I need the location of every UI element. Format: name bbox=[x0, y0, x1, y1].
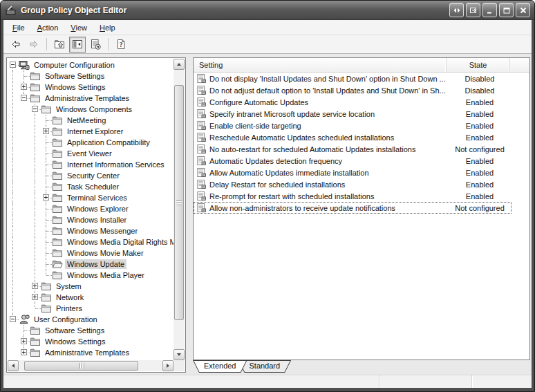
tree-connector bbox=[8, 59, 19, 71]
back-arrow-icon bbox=[10, 39, 21, 50]
expand-plus-icon[interactable] bbox=[32, 283, 38, 289]
tree-vertical-scrollbar[interactable] bbox=[173, 59, 185, 360]
forward-arrow-icon bbox=[28, 39, 39, 50]
tree-item-user-configuration[interactable]: ?User Configuration bbox=[8, 314, 173, 325]
list-row[interactable]: Do not display 'Install Updates and Shut… bbox=[194, 73, 511, 84]
collapse-minus-icon[interactable] bbox=[32, 106, 38, 112]
tree-guide bbox=[24, 71, 24, 76]
folder-icon bbox=[52, 126, 63, 137]
window-arrow-button[interactable] bbox=[466, 3, 480, 17]
scrollbar-corner bbox=[173, 360, 185, 371]
tree-connector bbox=[19, 325, 30, 336]
horizontal-scroll-thumb[interactable] bbox=[24, 361, 138, 371]
tree-item-label: Windows Media Player bbox=[65, 270, 147, 280]
tree-item-computer-configuration[interactable]: Computer Configuration bbox=[8, 59, 173, 71]
folder-icon bbox=[52, 214, 63, 225]
menu-action[interactable]: Action bbox=[31, 21, 65, 34]
tree-guide bbox=[46, 264, 52, 265]
list-row[interactable]: Reschedule Automatic Updates scheduled i… bbox=[194, 131, 511, 143]
expand-plus-icon[interactable] bbox=[32, 294, 38, 300]
tree-horizontal-scrollbar[interactable] bbox=[8, 360, 173, 371]
expand-plus-icon[interactable] bbox=[21, 349, 27, 355]
tree-item-administrative-templates[interactable]: Administrative Templates bbox=[8, 93, 173, 104]
tree-item-software-settings[interactable]: Software Settings bbox=[8, 71, 173, 82]
collapse-minus-icon[interactable] bbox=[21, 95, 27, 101]
expand-plus-icon[interactable] bbox=[43, 194, 49, 200]
tree-item-software-settings[interactable]: Software Settings bbox=[8, 325, 173, 336]
tree-item-security-center[interactable]: Security Center bbox=[8, 170, 173, 181]
tree-item-windows-installer[interactable]: Windows Installer bbox=[8, 214, 173, 225]
list-row[interactable]: No auto-restart for scheduled Automatic … bbox=[194, 143, 511, 155]
tree-guide bbox=[24, 76, 30, 77]
tree-item-windows-media-digital-rights-management[interactable]: Windows Media Digital Rights Management bbox=[8, 236, 173, 248]
tree-item-event-viewer[interactable]: Event Viewer bbox=[8, 148, 173, 159]
minimize-button[interactable] bbox=[482, 3, 497, 17]
tree-guide bbox=[19, 292, 30, 303]
menu-help[interactable]: Help bbox=[93, 21, 122, 34]
title-bar[interactable]: Group Policy Object Editor bbox=[1, 1, 534, 20]
tree-item-windows-messenger[interactable]: Windows Messenger bbox=[8, 225, 173, 236]
collapse-minus-icon[interactable] bbox=[10, 62, 16, 68]
tree-item-network[interactable]: Network bbox=[8, 292, 173, 303]
expand-plus-icon[interactable] bbox=[21, 84, 27, 90]
list-row[interactable]: Re-prompt for restart with scheduled ins… bbox=[194, 190, 511, 202]
forward-button[interactable] bbox=[26, 37, 42, 53]
list-row[interactable]: Specify intranet Microsoft update servic… bbox=[194, 108, 511, 120]
folder-icon bbox=[30, 71, 41, 82]
list-row[interactable]: Enable client-side targetingEnabled bbox=[194, 120, 511, 131]
tree-item-windows-explorer[interactable]: Windows Explorer bbox=[8, 203, 173, 214]
tree-item-application-compatibility[interactable]: Application Compatibility bbox=[8, 137, 173, 148]
scroll-left-button[interactable] bbox=[8, 360, 19, 371]
scroll-up-button[interactable] bbox=[173, 59, 185, 70]
tree-item-windows-settings[interactable]: Windows Settings bbox=[8, 82, 173, 93]
tree-item-netmeeting[interactable]: NetMeeting bbox=[8, 115, 173, 126]
list-row[interactable]: Allow non-administrators to receive upda… bbox=[194, 202, 511, 214]
tree-connector bbox=[41, 192, 52, 203]
list-row[interactable]: Configure Automatic UpdatesEnabled bbox=[194, 96, 511, 108]
close-button[interactable] bbox=[516, 3, 530, 17]
tree-item-windows-media-player[interactable]: Windows Media Player bbox=[8, 270, 173, 281]
back-button[interactable] bbox=[8, 37, 24, 53]
menu-file[interactable]: File bbox=[6, 21, 31, 34]
maximize-button[interactable] bbox=[499, 3, 514, 17]
scroll-right-button[interactable] bbox=[162, 360, 173, 371]
column-header-setting[interactable]: Setting bbox=[194, 58, 447, 72]
maximize-icon bbox=[503, 6, 511, 15]
expand-plus-icon[interactable] bbox=[21, 338, 27, 344]
list-row[interactable]: Delay Restart for scheduled installation… bbox=[194, 178, 511, 190]
tab-extended[interactable]: Extended bbox=[193, 360, 247, 373]
tree-item-administrative-templates[interactable]: Administrative Templates bbox=[8, 347, 173, 358]
tree-item-system[interactable]: System bbox=[8, 281, 173, 292]
expand-plus-icon[interactable] bbox=[43, 128, 49, 134]
list-row[interactable]: Do not adjust default option to 'Install… bbox=[194, 84, 511, 96]
export-list-button[interactable] bbox=[87, 37, 104, 53]
pane-arrows-button[interactable] bbox=[449, 3, 464, 17]
scroll-grip-icon bbox=[176, 200, 182, 205]
tree-item-task-scheduler[interactable]: Task Scheduler bbox=[8, 181, 173, 192]
up-one-level-button[interactable] bbox=[51, 37, 68, 53]
vertical-scroll-thumb[interactable] bbox=[174, 85, 184, 320]
tree-item-windows-components[interactable]: Windows Components bbox=[8, 104, 173, 115]
menu-view[interactable]: View bbox=[64, 21, 93, 34]
tree-item-windows-movie-maker[interactable]: Windows Movie Maker bbox=[8, 248, 173, 259]
tree-guide bbox=[19, 259, 30, 270]
help-button[interactable]: ? bbox=[113, 37, 129, 53]
list-row[interactable]: Automatic Updates detection frequencyEna… bbox=[194, 155, 511, 167]
collapse-minus-icon[interactable] bbox=[10, 316, 16, 322]
tree-item-terminal-services[interactable]: Terminal Services bbox=[8, 192, 173, 203]
tree-item-windows-update[interactable]: Windows Update bbox=[8, 259, 173, 270]
tree-connector bbox=[41, 126, 52, 137]
tree-item-printers[interactable]: Printers bbox=[8, 303, 173, 314]
tree-item-internet-information-services[interactable]: Internet Information Services bbox=[8, 159, 173, 170]
tree-connector bbox=[41, 148, 52, 159]
user-config-icon: ? bbox=[19, 314, 30, 325]
tree-item-internet-explorer[interactable]: Internet Explorer bbox=[8, 126, 173, 137]
tree-item-windows-settings[interactable]: Windows Settings bbox=[8, 336, 173, 347]
scroll-down-button[interactable] bbox=[173, 349, 185, 360]
tree-item-label: System bbox=[54, 281, 84, 291]
list-row[interactable]: Allow Automatic Updates immediate instal… bbox=[194, 167, 511, 178]
tree-connector bbox=[30, 104, 41, 115]
column-header-state[interactable]: State bbox=[447, 58, 510, 72]
show-hide-console-tree-button[interactable] bbox=[69, 37, 86, 53]
column-header-extra[interactable] bbox=[510, 58, 529, 72]
